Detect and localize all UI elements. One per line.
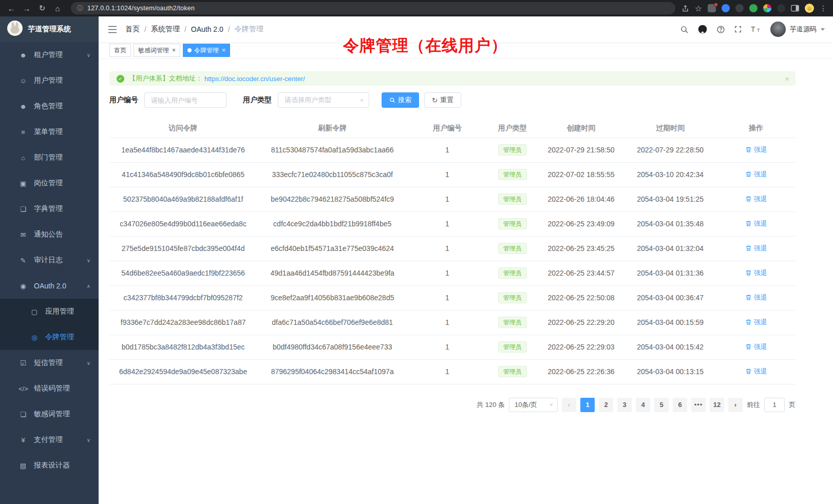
create-time-cell: 2022-06-26 18:04:46 — [538, 187, 624, 211]
sidebar-item-role[interactable]: ☻角色管理 — [0, 93, 99, 119]
trash-icon — [745, 146, 752, 153]
site-info-icon[interactable]: ⓘ — [77, 4, 83, 13]
help-icon[interactable] — [716, 25, 725, 34]
page-button[interactable]: 12 — [710, 398, 724, 412]
close-icon[interactable]: × — [172, 47, 176, 54]
tab-sensitive-word[interactable]: 敏感词管理× — [134, 44, 180, 57]
browser-refresh-icon[interactable]: ↻ — [35, 2, 49, 15]
sidebar-item-dict[interactable]: ❏字典管理 — [0, 196, 99, 222]
access-token-cell: 54d6be82ee5a460a9aedc1f9bf223656 — [109, 261, 257, 285]
user-type-label: 用户类型 — [243, 95, 272, 105]
hamburger-icon[interactable] — [108, 26, 117, 33]
access-token-cell: 6d842e2924594de9a09e45e087323abe — [109, 359, 257, 384]
extension-icon[interactable] — [777, 4, 785, 12]
browser-profile-avatar[interactable]: ☺ — [805, 4, 814, 13]
sidebar-item-notice[interactable]: ✉通知公告 — [0, 222, 99, 247]
refresh-token-cell: 811c530487574fa0af1a59d3abc1aa66 — [257, 138, 408, 162]
sidebar-item-oauth-app[interactable]: ▢应用管理 — [0, 299, 99, 324]
browser-menu-icon[interactable]: ⋮ — [820, 4, 827, 12]
error-code-icon: </> — [18, 385, 28, 393]
refresh-token-cell: 49d1aa46d1454fbd87591444423be9fa — [257, 261, 408, 285]
sidebar-item-error-code[interactable]: </>错误码管理 — [0, 376, 99, 401]
access-token-cell: 1ea5e44f8bc1467aaede43144f31de76 — [109, 138, 257, 162]
page-size-select[interactable]: 10条/页 ∨ — [509, 398, 558, 412]
address-bar[interactable]: ⓘ 127.0.0.1:1024/system/oauth2/token — [71, 2, 675, 14]
next-page-button[interactable]: › — [728, 398, 743, 412]
breadcrumb-item[interactable]: 系统管理 — [151, 25, 180, 34]
column-header: 刷新令牌 — [257, 119, 408, 138]
search-button[interactable]: 搜索 — [382, 92, 419, 108]
doc-link[interactable]: https://doc.iocoder.cn/user-center/ — [204, 75, 305, 83]
table-row: c342377bf8b344799dcbf7bf095287f29ce8ef2a… — [109, 285, 796, 310]
user-type-select[interactable]: 请选择用户类型 ∨ — [278, 92, 369, 108]
fullscreen-icon[interactable] — [734, 25, 742, 33]
sidebar-item-sms[interactable]: ☑短信管理∨ — [0, 350, 99, 376]
user-menu[interactable]: 芋道源码 — [770, 22, 825, 37]
force-logout-button[interactable]: 强退 — [745, 219, 767, 228]
extension-icon[interactable] — [722, 4, 730, 12]
side-panel-icon[interactable] — [791, 5, 799, 12]
pager-ellipsis[interactable]: ••• — [691, 398, 706, 412]
sidebar-item-user[interactable]: ☺用户管理 — [0, 68, 99, 93]
app-logo[interactable]: 芋道管理系统 — [0, 16, 99, 42]
force-logout-button[interactable]: 强退 — [745, 170, 767, 179]
page-button[interactable]: 5 — [654, 398, 669, 412]
extension-icon[interactable] — [763, 4, 771, 12]
tab-home[interactable]: 首页 — [109, 44, 131, 57]
sidebar-item-oauth[interactable]: ◉OAuth 2.0∧ — [0, 273, 99, 299]
browser-home-icon[interactable]: ⌂ — [50, 2, 65, 15]
bookmark-star-icon[interactable]: ☆ — [695, 4, 702, 13]
user-type-cell: 管理员 — [487, 335, 538, 359]
page-button[interactable]: 6 — [673, 398, 687, 412]
sidebar-item-oauth-token[interactable]: ◎令牌管理 — [0, 324, 99, 350]
user-type-badge: 管理员 — [498, 218, 527, 229]
dept-icon: ⌂ — [18, 154, 28, 162]
page-button[interactable]: 2 — [599, 398, 613, 412]
share-icon[interactable] — [681, 5, 689, 12]
goto-page-input[interactable] — [764, 398, 785, 412]
sidebar-item-report-designer[interactable]: ▤报表设计器 — [0, 453, 99, 478]
page-button[interactable]: 4 — [636, 398, 650, 412]
page-button[interactable]: 3 — [617, 398, 632, 412]
extension-icon[interactable] — [749, 4, 758, 12]
browser-forward-icon[interactable]: → — [20, 2, 34, 15]
sidebar-item-pay[interactable]: ¥支付管理∨ — [0, 427, 99, 453]
force-logout-button[interactable]: 强退 — [745, 195, 767, 204]
prev-page-button[interactable]: ‹ — [562, 398, 576, 412]
notice-icon: ✉ — [18, 231, 28, 239]
table-row: f9336e7c7dd242a283ee98dc86b17a87dfa6c71a… — [109, 310, 796, 335]
alert-close-icon[interactable]: × — [785, 74, 789, 83]
force-logout-button[interactable]: 强退 — [745, 367, 767, 376]
breadcrumb-item[interactable]: OAuth 2.0 — [191, 25, 223, 33]
force-logout-button[interactable]: 强退 — [745, 268, 767, 278]
tab-token[interactable]: 令牌管理× — [183, 44, 230, 57]
sidebar-item-label: 部门管理 — [34, 153, 90, 162]
sidebar-item-sensitive-word[interactable]: ❏敏感词管理 — [0, 401, 99, 427]
force-logout-button[interactable]: 强退 — [745, 244, 767, 253]
github-icon[interactable] — [697, 24, 708, 34]
extension-icon[interactable] — [708, 4, 716, 12]
create-time-cell: 2022-06-25 22:29:03 — [538, 335, 624, 359]
user-id-input[interactable] — [144, 92, 226, 108]
force-logout-button[interactable]: 强退 — [745, 318, 767, 327]
sidebar-item-menu[interactable]: ≡菜单管理 — [0, 119, 99, 145]
page-button[interactable]: 1 — [580, 398, 595, 412]
user-type-placeholder: 请选择用户类型 — [285, 95, 331, 105]
breadcrumb-item[interactable]: 首页 — [125, 25, 140, 34]
sidebar-item-tenant[interactable]: ☻租户管理∨ — [0, 42, 99, 68]
reset-button[interactable]: ↻ 重置 — [424, 92, 461, 108]
sidebar-item-post[interactable]: ▣岗位管理 — [0, 170, 99, 196]
font-size-icon[interactable]: TT — [751, 25, 762, 33]
close-icon[interactable]: × — [222, 47, 225, 54]
force-logout-button[interactable]: 强退 — [745, 145, 767, 154]
browser-back-icon[interactable]: ← — [4, 2, 18, 15]
sidebar-item-dept[interactable]: ⌂部门管理 — [0, 145, 99, 170]
force-logout-button[interactable]: 强退 — [745, 342, 767, 352]
extension-icon[interactable] — [735, 4, 744, 12]
user-id-cell: 1 — [408, 162, 487, 187]
sidebar-item-audit-log[interactable]: ✎审计日志∨ — [0, 247, 99, 273]
force-logout-button[interactable]: 强退 — [745, 293, 767, 302]
token-table: 访问令牌刷新令牌用户编号用户类型创建时间过期时间操作 1ea5e44f8bc14… — [109, 119, 796, 384]
column-header: 创建时间 — [538, 119, 624, 138]
search-icon[interactable] — [680, 25, 689, 34]
